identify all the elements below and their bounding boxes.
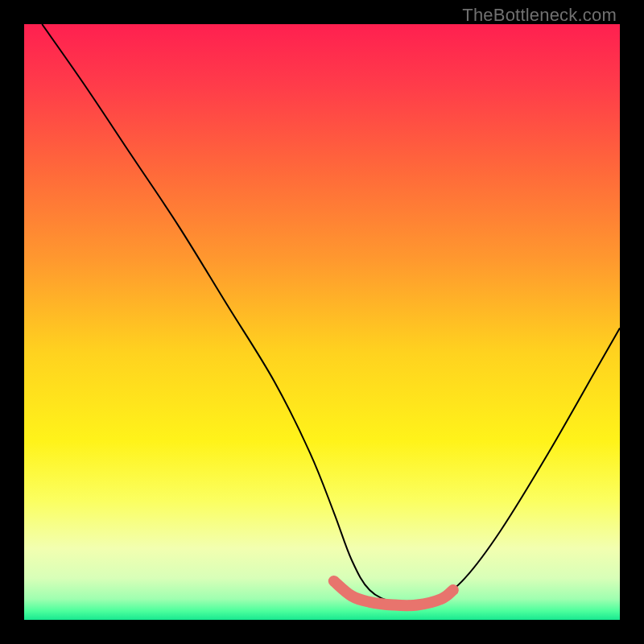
chart-lines [24,24,620,620]
chart-frame: TheBottleneck.com [0,0,644,644]
bottleneck-curve [42,24,620,603]
watermark-text: TheBottleneck.com [462,5,617,26]
highlight-band [334,581,453,605]
plot-area [24,24,620,620]
